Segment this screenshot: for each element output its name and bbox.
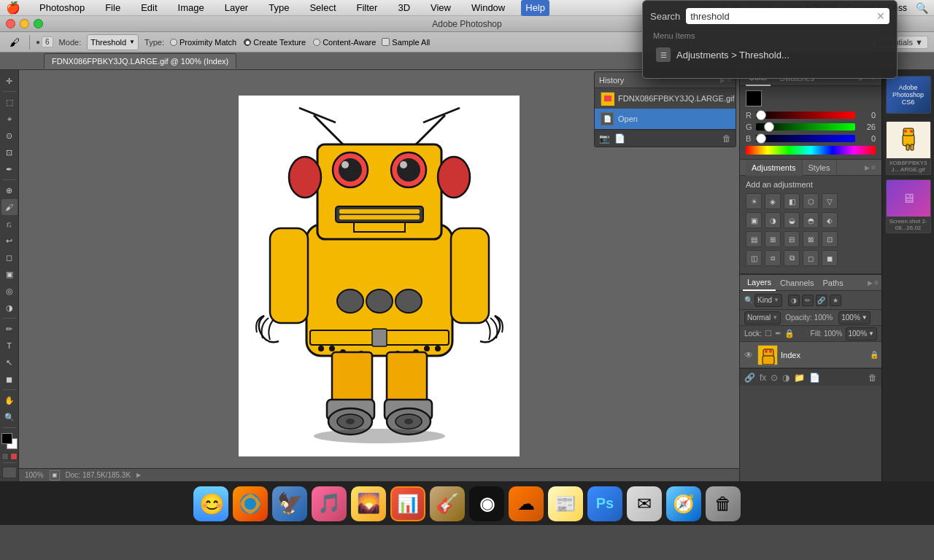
pen-tool[interactable]: ✏ <box>1 321 18 337</box>
dock-firefox[interactable] <box>233 486 268 521</box>
blend-mode-dropdown[interactable]: Normal ▼ <box>744 311 781 324</box>
adj-curves[interactable]: ◈ <box>765 193 781 209</box>
dock-garageband[interactable]: 🎸 <box>430 486 465 521</box>
history-brush-tool[interactable]: ↩ <box>1 233 18 249</box>
hand-tool[interactable]: ✋ <box>1 392 18 408</box>
close-button[interactable] <box>6 19 15 28</box>
filter-btn3[interactable]: 🔗 <box>816 295 827 306</box>
dock-mail[interactable]: ✉ <box>627 486 662 521</box>
adj-vibrance[interactable]: ⬡ <box>803 193 819 209</box>
dock-ableton[interactable]: ◉ <box>469 486 504 521</box>
filter-btn4[interactable]: ★ <box>830 295 841 306</box>
adj-threshold[interactable]: ⊟ <box>784 231 800 247</box>
adj-panel-arrow[interactable]: ▶ <box>865 164 870 171</box>
menu-image[interactable]: Image <box>174 0 209 16</box>
kind-filter[interactable]: 🔍 Kind ▼ <box>744 294 782 307</box>
screenshot-thumb[interactable]: 🖥 Screen shot 2-08...26.02 <box>886 179 931 233</box>
proximity-match-radio[interactable]: Proximity Match <box>170 38 236 47</box>
lock-position-icon[interactable]: ✒ <box>775 329 781 338</box>
create-texture-radio[interactable]: Create Texture <box>244 38 306 47</box>
adj-exposure[interactable]: ◧ <box>784 193 800 209</box>
blur-tool[interactable]: ◎ <box>1 283 18 299</box>
dock-keynote[interactable]: 📊 <box>390 486 425 521</box>
dock-itunes[interactable]: 🎵 <box>312 486 347 521</box>
red-slider[interactable] <box>756 112 855 119</box>
menu-window[interactable]: Window <box>467 0 509 16</box>
adj-posterize[interactable]: ⊞ <box>765 231 781 247</box>
adj-selective-color[interactable]: ⊡ <box>822 231 838 247</box>
marquee-tool[interactable]: ⬚ <box>1 94 18 110</box>
search-input-wrap[interactable]: ✕ <box>686 8 889 24</box>
dock-finder[interactable]: 😊 <box>193 486 228 521</box>
zoom-tool[interactable]: 🔍 <box>1 409 18 425</box>
apple-menu[interactable]: 🍎 <box>6 1 20 15</box>
search-input[interactable] <box>690 11 873 22</box>
robot-thumb[interactable]: XOB6FPBKY3J... ARGE.gif <box>886 121 931 175</box>
add-adj-layer-btn[interactable]: ◑ <box>782 373 790 383</box>
history-create-doc[interactable]: 📄 <box>614 133 625 144</box>
dock-photoshop[interactable]: Ps <box>587 486 622 521</box>
path-select-tool[interactable]: ↖ <box>1 354 18 370</box>
search-popup[interactable]: Search ✕ Menu Items ☰ Adjustments > Thre… <box>642 0 898 79</box>
adj-extra5[interactable]: ◼ <box>822 250 838 266</box>
dock-trash[interactable]: 🗑 <box>706 486 741 521</box>
menu-edit[interactable]: Edit <box>136 0 161 16</box>
opacity-value[interactable]: 100%▼ <box>838 311 871 324</box>
normal-mode-btn[interactable] <box>1 453 9 460</box>
adj-bw[interactable]: ◑ <box>765 212 781 228</box>
quick-select-tool[interactable]: ⊙ <box>1 128 18 144</box>
search-clear-button[interactable]: ✕ <box>876 10 885 22</box>
heal-tool[interactable]: ⊕ <box>1 182 18 198</box>
tab-paths[interactable]: Paths <box>819 275 848 291</box>
menu-select[interactable]: Select <box>305 0 340 16</box>
sample-all-check[interactable]: Sample All <box>382 38 430 47</box>
history-entry-0[interactable]: FDNX086FPBKY3JQ.LARGE.gif <box>595 88 736 109</box>
adj-extra1[interactable]: ◫ <box>746 250 762 266</box>
shape-tool[interactable]: ◼ <box>1 371 18 387</box>
quick-mask-btn[interactable] <box>10 453 18 460</box>
eyedropper-tool[interactable]: ✒ <box>1 161 18 177</box>
menu-file[interactable]: File <box>101 0 125 16</box>
content-aware-radio[interactable]: Content-Aware <box>313 38 376 47</box>
adj-gradient-map[interactable]: ⊠ <box>803 231 819 247</box>
lasso-tool[interactable]: ⌖ <box>1 111 18 127</box>
history-new-snapshot[interactable]: 📷 <box>599 133 610 144</box>
history-delete[interactable]: 🗑 <box>722 133 731 144</box>
menu-filter[interactable]: Filter <box>352 0 382 16</box>
blend-mode-select[interactable]: Kind ▼ <box>754 294 782 307</box>
fg-color-preview[interactable] <box>746 90 762 106</box>
adj-extra2[interactable]: ⧈ <box>765 250 781 266</box>
link-layers-btn[interactable]: 🔗 <box>744 373 755 383</box>
lock-check-icon[interactable]: ☐ <box>765 329 772 338</box>
dodge-tool[interactable]: ◑ <box>1 300 18 316</box>
doc-info-arrow[interactable]: ▶ <box>136 472 141 478</box>
menu-3d[interactable]: 3D <box>393 0 414 16</box>
adj-photo-filter[interactable]: ◒ <box>784 212 800 228</box>
screen-mode-btn[interactable] <box>2 467 17 478</box>
tab-adjustments[interactable]: Adjustments <box>746 160 803 176</box>
layers-panel-menu[interactable]: ≡ <box>874 279 879 287</box>
menu-type[interactable]: Type <box>264 0 293 16</box>
gradient-tool[interactable]: ▣ <box>1 266 18 282</box>
filter-btn2[interactable]: ✏ <box>802 295 814 306</box>
dock-soundcloud[interactable]: ☁ <box>509 486 544 521</box>
adj-brightness[interactable]: ☀ <box>746 193 762 209</box>
adj-hsl[interactable]: ▽ <box>822 193 838 209</box>
green-slider[interactable] <box>756 123 855 131</box>
move-tool[interactable]: ✛ <box>1 73 18 89</box>
menu-photoshop[interactable]: Photoshop <box>35 0 89 16</box>
tab-channels[interactable]: Channels <box>776 275 818 291</box>
dock-iphoto[interactable]: 🌄 <box>351 486 386 521</box>
add-layer-style-btn[interactable]: fx <box>760 373 766 383</box>
crop-tool[interactable]: ⊡ <box>1 144 18 160</box>
search-result-0[interactable]: ☰ Adjustments > Threshold... <box>650 43 889 66</box>
document-tab[interactable]: FDNX086FPBKY3JQ.LARGE.gif @ 100% (Index) <box>44 53 236 69</box>
history-entry-1[interactable]: 📄 Open <box>595 109 736 129</box>
tab-styles[interactable]: Styles <box>803 160 837 176</box>
lock-all-icon[interactable]: 🔒 <box>784 329 795 338</box>
adj-panel-menu[interactable]: ≡ <box>871 163 876 171</box>
dock-notes[interactable]: 📰 <box>548 486 583 521</box>
layers-panel-arrow[interactable]: ▶ <box>868 279 873 287</box>
maximize-button[interactable] <box>34 19 43 28</box>
adj-color-lookup[interactable]: ⬖ <box>822 212 838 228</box>
